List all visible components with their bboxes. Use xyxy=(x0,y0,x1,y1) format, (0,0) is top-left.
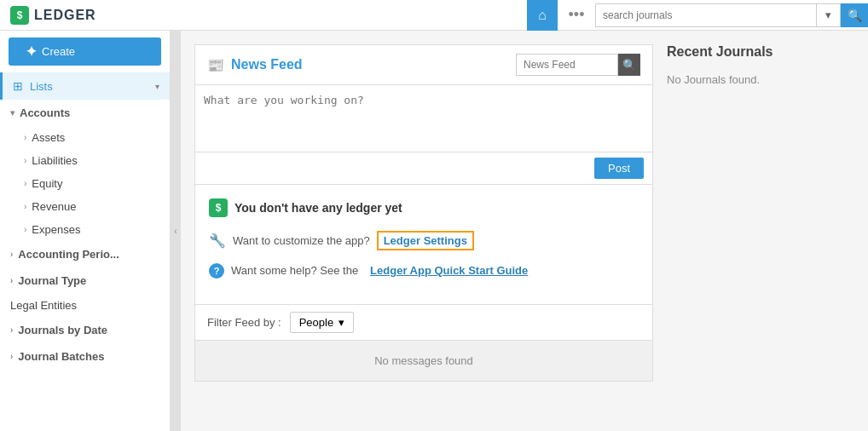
grid-icon: ⊞ xyxy=(13,79,23,93)
sidebar-sub-assets[interactable]: › Assets xyxy=(0,126,170,149)
sidebar-sub-expenses[interactable]: › Expenses xyxy=(0,218,170,241)
more-menu-button[interactable]: ••• xyxy=(561,0,592,31)
newsfeed-icon: 📰 xyxy=(207,57,224,73)
layout: ✦ Create ⊞ Lists ▾ ▾ Accounts › Assets ›… xyxy=(0,31,868,431)
sidebar-section-journal-batches[interactable]: › Journal Batches xyxy=(0,343,170,370)
sidebar-sub-revenue[interactable]: › Revenue xyxy=(0,195,170,218)
newsfeed-search-input[interactable] xyxy=(516,54,618,76)
plus-icon: ✦ xyxy=(26,43,37,60)
home-button[interactable]: ⌂ xyxy=(527,0,558,31)
filter-row: Filter Feed by : People ▾ xyxy=(194,304,653,340)
chevron-right-icon: › xyxy=(10,352,13,361)
newsfeed-search-button[interactable]: 🔍 xyxy=(618,54,640,76)
chevron-right-icon: › xyxy=(24,225,26,234)
chevron-right-icon: › xyxy=(24,156,26,165)
chevron-right-icon: › xyxy=(24,202,26,211)
sidebar-section-accounts[interactable]: ▾ Accounts xyxy=(0,100,170,126)
brand: $ LEDGER xyxy=(0,0,107,30)
sidebar-create-area: ✦ Create xyxy=(9,37,161,66)
newsfeed-compose xyxy=(194,84,653,152)
customize-row: 🔧 Want to customize the app? Ledger Sett… xyxy=(209,231,639,250)
sidebar-collapse-handle[interactable]: ‹ xyxy=(171,31,181,431)
sidebar: ✦ Create ⊞ Lists ▾ ▾ Accounts › Assets ›… xyxy=(0,31,171,431)
chevron-down-icon: ▾ xyxy=(10,108,14,118)
no-messages-notice: No messages found xyxy=(194,340,653,382)
topbar: $ LEDGER ⌂ ••• ▾ 🔍 xyxy=(0,0,868,31)
ledger-empty-message: $ You don't have any ledger yet xyxy=(209,198,639,217)
sidebar-section-accounting-periods[interactable]: › Accounting Perio... xyxy=(0,241,170,267)
ledger-icon: $ xyxy=(209,198,228,217)
wrench-icon: 🔧 xyxy=(209,233,226,249)
chevron-right-icon: › xyxy=(10,250,13,259)
filter-dropdown[interactable]: People ▾ xyxy=(290,312,354,333)
newsfeed-header: 📰 News Feed 🔍 xyxy=(194,44,653,84)
filter-chevron-icon: ▾ xyxy=(339,316,344,329)
topbar-nav: ⌂ ••• ▾ 🔍 xyxy=(527,0,868,31)
info-panel: $ You don't have any ledger yet 🔧 Want t… xyxy=(194,184,653,304)
sidebar-item-lists[interactable]: ⊞ Lists ▾ xyxy=(0,72,170,100)
chevron-right-icon: › xyxy=(10,325,13,335)
brand-icon: $ xyxy=(10,6,29,25)
sidebar-item-legal-entities[interactable]: Legal Entities xyxy=(0,294,170,317)
newsfeed-search-box: 🔍 xyxy=(516,54,640,76)
main-content: 📰 News Feed 🔍 Post $ You don't have any … xyxy=(181,31,868,431)
search-input[interactable] xyxy=(595,3,817,27)
sidebar-sub-liabilities[interactable]: › Liabilities xyxy=(0,149,170,172)
newsfeed-panel: 📰 News Feed 🔍 Post $ You don't have any … xyxy=(194,44,653,417)
help-row: ? Want some help? See the Ledger App Qui… xyxy=(209,262,639,279)
sidebar-section-journals-by-date[interactable]: › Journals by Date xyxy=(0,317,170,343)
sidebar-section-journal-type[interactable]: › Journal Type xyxy=(0,267,170,294)
quick-start-guide-link[interactable]: Ledger App Quick Start Guide xyxy=(365,262,533,279)
question-icon: ? xyxy=(209,263,224,279)
compose-textarea[interactable] xyxy=(204,94,644,141)
post-button[interactable]: Post xyxy=(594,158,644,179)
search-button[interactable]: 🔍 xyxy=(841,3,868,27)
sidebar-sub-equity[interactable]: › Equity xyxy=(0,172,170,195)
no-journals-message: No Journals found. xyxy=(667,73,854,86)
chevron-right-icon: › xyxy=(24,179,26,188)
brand-name: LEDGER xyxy=(34,8,96,23)
chevron-down-icon: ▾ xyxy=(155,82,159,91)
ledger-settings-link[interactable]: Ledger Settings xyxy=(377,231,474,250)
topbar-search: ▾ 🔍 xyxy=(595,3,868,27)
chevron-right-icon: › xyxy=(24,133,26,142)
recent-journals-panel: Recent Journals No Journals found. xyxy=(667,44,854,417)
create-button[interactable]: ✦ Create xyxy=(9,37,161,66)
chevron-right-icon: › xyxy=(10,276,13,285)
search-dropdown-button[interactable]: ▾ xyxy=(817,3,841,27)
compose-footer: Post xyxy=(194,152,653,184)
recent-journals-title: Recent Journals xyxy=(667,44,854,60)
newsfeed-title: News Feed xyxy=(231,57,509,72)
